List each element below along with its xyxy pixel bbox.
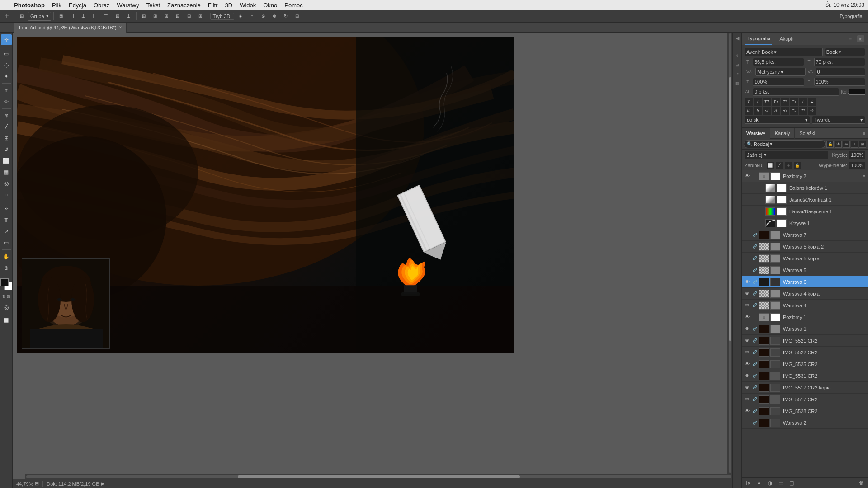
new-adjustment-btn[interactable]: ◑ bbox=[765, 479, 774, 487]
blend-mode-dropdown[interactable]: Jaśniej ▾ bbox=[745, 151, 828, 159]
aa-method-dropdown[interactable]: Twarde ▾ bbox=[812, 116, 865, 124]
layer-item-w4k[interactable]: 👁 🔗 Warstwa 4 kopia bbox=[742, 288, 868, 300]
filter-adj-icon[interactable]: ⊕ bbox=[843, 141, 850, 148]
blur-tool[interactable]: ◎ bbox=[1, 178, 12, 189]
distribute-btn5[interactable]: ⊞ bbox=[184, 11, 194, 21]
h-scroll-track[interactable] bbox=[26, 475, 731, 478]
quick-mask-btn[interactable]: ◎ bbox=[1, 302, 12, 313]
fraction-btn[interactable]: ½ bbox=[808, 107, 816, 115]
layer-item-warstwa7[interactable]: 🔗 Warstwa 7 bbox=[742, 229, 868, 241]
apple-icon[interactable]:  bbox=[4, 1, 6, 9]
layer-eye-13[interactable]: 👁 bbox=[744, 314, 751, 321]
layer-item-w4[interactable]: 👁 🔗 Warstwa 4 bbox=[742, 300, 868, 311]
align-center-btn[interactable]: ⊥ bbox=[79, 11, 89, 21]
menu-tekst[interactable]: Tekst bbox=[143, 0, 164, 10]
menu-photoshop[interactable]: Photoshop bbox=[10, 0, 48, 10]
filter-lock-icon[interactable]: 🔒 bbox=[826, 141, 834, 148]
tab-akapit[interactable]: Akapit bbox=[778, 33, 795, 45]
v-scrollbar[interactable] bbox=[727, 33, 732, 474]
new-group-btn[interactable]: ▭ bbox=[776, 479, 785, 487]
layer-item-img5528[interactable]: 👁 🔗 IMG_5528.CR2 bbox=[742, 405, 868, 417]
layer-eye-21[interactable]: 👁 bbox=[744, 408, 751, 415]
zoom-icon[interactable]: ⊞ bbox=[35, 481, 39, 487]
move-tool[interactable]: ✛ bbox=[1, 34, 12, 45]
layer-item-img5517[interactable]: 👁 🔗 IMG_5517.CR2 bbox=[742, 394, 868, 405]
lock-pixels-btn[interactable]: ╱ bbox=[776, 162, 783, 169]
subscript2-btn[interactable]: H₂ bbox=[781, 107, 789, 115]
doc-tab-close[interactable]: × bbox=[119, 25, 122, 30]
gradient-tool[interactable]: ▦ bbox=[1, 167, 12, 178]
menu-widok[interactable]: Widok bbox=[236, 0, 259, 10]
filter-vis-icon[interactable]: 👁 bbox=[835, 141, 842, 148]
layer-item-w2[interactable]: 🔗 Warstwa 2 bbox=[742, 417, 868, 429]
h-scroll-thumb[interactable] bbox=[238, 475, 520, 478]
menu-zaznaczenie[interactable]: Zaznaczenie bbox=[164, 0, 204, 10]
font-size-input[interactable]: 36,5 piks. bbox=[753, 58, 804, 66]
distribute-btn6[interactable]: ⊞ bbox=[195, 11, 205, 21]
v-scroll-track[interactable] bbox=[729, 33, 731, 473]
move-tool-btn[interactable]: ✛ bbox=[2, 11, 12, 21]
3d-btn1[interactable]: ◈ bbox=[236, 11, 245, 21]
layers-tab-warstwy[interactable]: Warstwy bbox=[742, 128, 770, 139]
3d-btn2[interactable]: ○ bbox=[247, 11, 257, 21]
scale-h-input[interactable]: 100% bbox=[753, 78, 804, 86]
path-select-tool[interactable]: ↗ bbox=[1, 226, 12, 237]
menu-obraz[interactable]: Obraz bbox=[90, 0, 113, 10]
layer-item-krzywe[interactable]: Krzywe 1 bbox=[742, 217, 868, 229]
brush-tool[interactable]: ╱ bbox=[1, 122, 12, 132]
ligature-btn2[interactable]: fi bbox=[754, 107, 762, 115]
menu-edycja[interactable]: Edycja bbox=[65, 0, 90, 10]
layer-item-img5525[interactable]: 👁 🔗 IMG_5525.CR2 bbox=[742, 358, 868, 370]
leading-input[interactable]: 70 piks. bbox=[814, 58, 866, 66]
group-dropdown[interactable]: Grupa ▾ bbox=[28, 12, 51, 21]
text-color-swatch[interactable] bbox=[849, 89, 865, 95]
h-scrollbar[interactable] bbox=[25, 474, 732, 479]
align-top-btn[interactable]: ⊤ bbox=[101, 11, 111, 21]
panel-icon-1[interactable]: T bbox=[734, 43, 741, 51]
distribute-btn3[interactable]: ⊞ bbox=[161, 11, 171, 21]
zoom-tool[interactable]: ⊕ bbox=[1, 263, 12, 273]
layer-eye-5[interactable] bbox=[744, 220, 751, 227]
discretionary-btn[interactable]: A bbox=[772, 107, 780, 115]
clone-stamp-tool[interactable]: ⊞ bbox=[1, 133, 12, 144]
lock-position-btn[interactable]: ✛ bbox=[785, 162, 792, 169]
fill-value[interactable]: 100% bbox=[849, 162, 865, 169]
layer-fx-btn[interactable]: fx bbox=[744, 479, 753, 487]
superscript-btn[interactable]: T¹ bbox=[781, 98, 789, 106]
screen-mode-btn[interactable]: ⬜ bbox=[1, 315, 12, 326]
reset-colors-btn[interactable]: ⊡ bbox=[7, 294, 10, 299]
layer-eye-9[interactable] bbox=[744, 267, 751, 274]
align-mid-btn[interactable]: ⊞ bbox=[113, 11, 123, 21]
subscript-btn[interactable]: T₁ bbox=[790, 98, 798, 106]
layer-item-w6[interactable]: 👁 🔗 Warstwa 6 bbox=[742, 276, 868, 288]
new-layer-btn[interactable]: ▢ bbox=[787, 479, 796, 487]
3d-btn3[interactable]: ⊗ bbox=[258, 11, 268, 21]
layer-eye-11[interactable]: 👁 bbox=[744, 290, 751, 297]
superscript2-btn[interactable]: T¹ bbox=[799, 107, 807, 115]
tracking-input[interactable]: 0 bbox=[816, 68, 866, 76]
layer-item-balans[interactable]: Balans kolorów 1 bbox=[742, 182, 868, 194]
3d-btn6[interactable]: ⊞ bbox=[292, 11, 302, 21]
layer-eye-2[interactable] bbox=[744, 184, 751, 192]
ligature-btn1[interactable]: ffi bbox=[745, 107, 753, 115]
marquee-tool[interactable]: ▭ bbox=[1, 48, 12, 59]
layer-eye-18[interactable]: 👁 bbox=[744, 372, 751, 380]
hand-tool[interactable]: ✋ bbox=[1, 251, 12, 262]
auto-select-btn[interactable]: ⊞ bbox=[17, 11, 27, 21]
language-dropdown[interactable]: polski ▾ bbox=[745, 116, 810, 124]
lasso-tool[interactable]: ◌ bbox=[1, 60, 12, 70]
magic-wand-tool[interactable]: ✦ bbox=[1, 71, 12, 82]
layer-eye-15[interactable]: 👁 bbox=[744, 337, 751, 344]
layer-item-jasnosc[interactable]: Jasność/Kontrast 1 bbox=[742, 194, 868, 206]
layers-tab-kanaly[interactable]: Kanały bbox=[770, 128, 795, 139]
menu-pomoc[interactable]: Pomoc bbox=[281, 0, 306, 10]
distribute-btn4[interactable]: ⊞ bbox=[173, 11, 183, 21]
layers-filter-dropdown[interactable]: Rodzaj ▾ bbox=[754, 141, 822, 148]
eyedropper-tool[interactable]: ✏ bbox=[1, 96, 12, 107]
opacity-value[interactable]: 100% bbox=[849, 151, 865, 159]
panel-icon-4[interactable]: ⟳ bbox=[734, 70, 741, 78]
layer-eye-10[interactable]: 👁 bbox=[744, 278, 751, 286]
layers-panel-menu[interactable]: ≡ bbox=[860, 131, 868, 136]
menu-plik[interactable]: Plik bbox=[48, 0, 65, 10]
panel-expand-icon[interactable]: ⊞ bbox=[857, 35, 864, 42]
